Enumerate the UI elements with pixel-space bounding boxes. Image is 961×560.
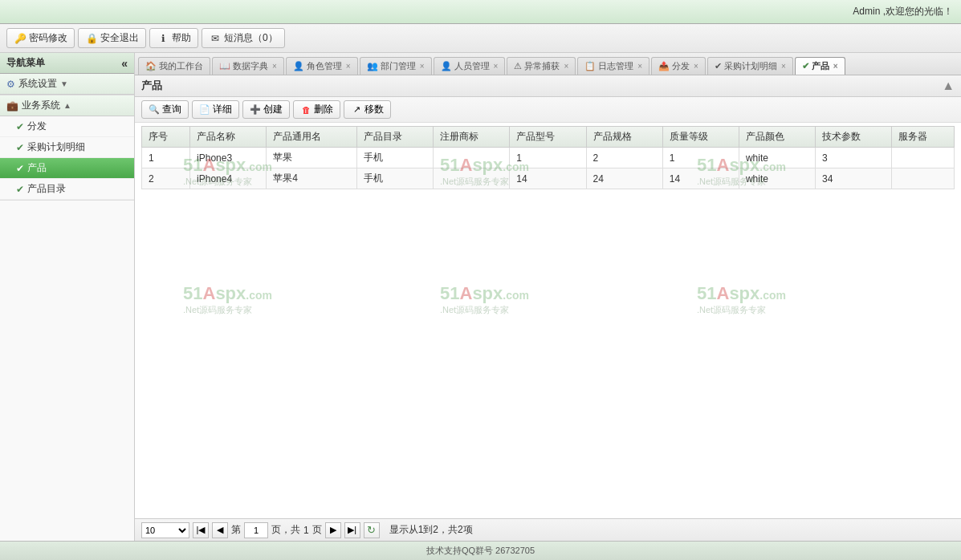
- move-icon: ↗: [351, 104, 362, 116]
- password-button[interactable]: 🔑 密码修改: [6, 28, 75, 48]
- next-page-button[interactable]: ▶: [325, 522, 341, 538]
- sidebar-item-distribute[interactable]: ✔ 分发: [0, 116, 134, 137]
- detail-button[interactable]: 📄 详细: [192, 100, 239, 119]
- move-button[interactable]: ↗ 移数: [344, 100, 391, 119]
- content-area: 🏠 我的工作台 📖 数据字典 × 👤 角色管理 × 👥 部门管理 × 👤 人员管…: [135, 53, 961, 541]
- sidebar: 导航菜单 « ⚙ 系统设置 ▼ 💼 业务系统 ▲ ✔ 分发 ✔ 采购计划明细: [0, 53, 135, 541]
- page-end: 页: [312, 523, 322, 537]
- tab-data-dict[interactable]: 📖 数据字典 ×: [212, 57, 284, 75]
- page-content: 产品 ▲ 🔍 查询 📄 详细 ➕ 创建 🗑 删除: [135, 75, 961, 541]
- refresh-button[interactable]: ↻: [364, 522, 380, 538]
- tab-purchase-detail[interactable]: ✔ 采购计划明细 ×: [707, 57, 793, 75]
- total-pages: 1: [303, 525, 309, 536]
- briefcase-icon: 💼: [6, 100, 18, 112]
- tab-close-icon[interactable]: ×: [694, 62, 698, 71]
- footer-text: 技术支持QQ群号 26732705: [426, 545, 535, 557]
- sidebar-section-header-business[interactable]: 💼 业务系统 ▲: [0, 95, 134, 116]
- sidebar-section-header-system[interactable]: ⚙ 系统设置 ▼: [0, 74, 134, 95]
- delete-button[interactable]: 🗑 删除: [293, 100, 340, 119]
- prev-page-button[interactable]: ◀: [212, 522, 228, 538]
- delete-icon: 🗑: [300, 104, 312, 116]
- tab-person-mgmt[interactable]: 👤 人员管理 ×: [434, 57, 506, 75]
- page-unit: 页，共: [271, 523, 300, 537]
- add-icon: ➕: [250, 104, 261, 116]
- col-spec: 产品规格: [586, 127, 662, 148]
- home-icon: 🏠: [145, 61, 157, 71]
- person-icon: 👤: [441, 61, 452, 71]
- tab-exception[interactable]: ⚠ 异常捕获 ×: [507, 57, 576, 75]
- tab-distribute[interactable]: 📤 分发 ×: [651, 57, 706, 75]
- query-button[interactable]: 🔍 查询: [141, 100, 189, 119]
- tab-close-icon[interactable]: ×: [346, 62, 351, 71]
- dept-icon: 👥: [367, 61, 378, 71]
- product-icon: ✔: [802, 61, 809, 71]
- tab-log-mgmt[interactable]: 📋 日志管理 ×: [577, 57, 649, 75]
- tab-close-icon[interactable]: ×: [272, 62, 277, 71]
- page-info: 显示从1到2，共2项: [389, 523, 473, 537]
- create-button[interactable]: ➕ 创建: [242, 100, 290, 119]
- help-button[interactable]: ℹ 帮助: [149, 28, 198, 48]
- check-icon: ✔: [16, 163, 24, 174]
- password-icon: 🔑: [14, 32, 26, 45]
- tab-close-icon[interactable]: ×: [833, 62, 838, 71]
- role-icon: 👤: [293, 61, 304, 71]
- table-row[interactable]: 2iPhone4苹果4手机142414white34: [142, 168, 955, 189]
- action-bar: 🔍 查询 📄 详细 ➕ 创建 🗑 删除 ↗ 移数: [135, 97, 961, 123]
- exception-icon: ⚠: [514, 61, 522, 71]
- col-trademark: 注册商标: [434, 127, 510, 148]
- sidebar-header: 导航菜单 «: [0, 53, 134, 74]
- sidebar-section-business: 💼 业务系统 ▲ ✔ 分发 ✔ 采购计划明细 ✔ 产品 ✔ 产品目录: [0, 95, 134, 201]
- tab-close-icon[interactable]: ×: [637, 62, 642, 71]
- purchase-icon: ✔: [715, 61, 722, 71]
- col-model: 产品型号: [510, 127, 586, 148]
- pagination: 10 20 50 |◀ ◀ 第 页，共 1 页 ▶ ▶| ↻ 显示从1到2，共2…: [135, 518, 961, 541]
- page-number-input[interactable]: [244, 522, 268, 538]
- table-container: 51Aspx.com .Net源码服务专家 51Aspx.com .Net源码服…: [135, 123, 961, 518]
- gear-icon: ⚙: [6, 79, 15, 90]
- page-size-select[interactable]: 10 20 50: [141, 522, 189, 538]
- footer: 技术支持QQ群号 26732705: [0, 541, 961, 560]
- book-icon: 📖: [219, 61, 230, 71]
- chevron-up-icon: ▲: [63, 101, 71, 110]
- sidebar-item-purchase-plan[interactable]: ✔ 采购计划明细: [0, 137, 134, 158]
- col-color: 产品颜色: [739, 127, 815, 148]
- tab-bar: 🏠 我的工作台 📖 数据字典 × 👤 角色管理 × 👥 部门管理 × 👤 人员管…: [135, 53, 961, 75]
- tab-product[interactable]: ✔ 产品 ×: [795, 57, 845, 75]
- col-server: 服务器: [892, 127, 955, 148]
- welcome-text: Admin ,欢迎您的光临！: [853, 5, 953, 18]
- page-title: 产品: [141, 79, 162, 93]
- tab-close-icon[interactable]: ×: [494, 62, 499, 71]
- log-icon: 📋: [584, 61, 596, 71]
- main-layout: 导航菜单 « ⚙ 系统设置 ▼ 💼 业务系统 ▲ ✔ 分发 ✔ 采购计划明细: [0, 53, 961, 541]
- col-category: 产品目录: [356, 127, 433, 148]
- tab-close-icon[interactable]: ×: [420, 62, 425, 71]
- product-table: 序号 产品名称 产品通用名 产品目录 注册商标 产品型号 产品规格 质量等级 产…: [141, 126, 955, 189]
- col-common-name: 产品通用名: [267, 127, 357, 148]
- tab-role-mgmt[interactable]: 👤 角色管理 ×: [286, 57, 358, 75]
- col-quality: 质量等级: [662, 127, 739, 148]
- sidebar-item-product-catalog[interactable]: ✔ 产品目录: [0, 179, 134, 200]
- logout-icon: 🔒: [85, 32, 98, 45]
- tab-dept-mgmt[interactable]: 👥 部门管理 ×: [360, 57, 432, 75]
- check-icon: ✔: [16, 142, 24, 153]
- check-icon: ✔: [16, 184, 24, 195]
- tab-close-icon[interactable]: ×: [564, 62, 568, 71]
- last-page-button[interactable]: ▶|: [344, 522, 360, 538]
- col-id: 序号: [142, 127, 190, 148]
- table-row[interactable]: 1iPhone3苹果手机121white3: [142, 148, 955, 168]
- detail-icon: 📄: [199, 104, 210, 116]
- message-button[interactable]: ✉ 短消息（0）: [202, 28, 285, 48]
- sidebar-item-product[interactable]: ✔ 产品: [0, 158, 134, 179]
- expand-icon[interactable]: ▲: [942, 79, 955, 93]
- distribute-icon: 📤: [658, 61, 670, 71]
- page-label: 第: [231, 523, 241, 537]
- tab-workbench[interactable]: 🏠 我的工作台: [138, 57, 210, 75]
- first-page-button[interactable]: |◀: [193, 522, 209, 538]
- help-icon: ℹ: [157, 32, 169, 45]
- logout-button[interactable]: 🔒 安全退出: [78, 28, 146, 48]
- tab-close-icon[interactable]: ×: [781, 62, 786, 71]
- sidebar-section-system: ⚙ 系统设置 ▼: [0, 74, 134, 95]
- check-icon: ✔: [16, 121, 24, 132]
- col-name: 产品名称: [190, 127, 267, 148]
- sidebar-collapse-button[interactable]: «: [121, 57, 128, 70]
